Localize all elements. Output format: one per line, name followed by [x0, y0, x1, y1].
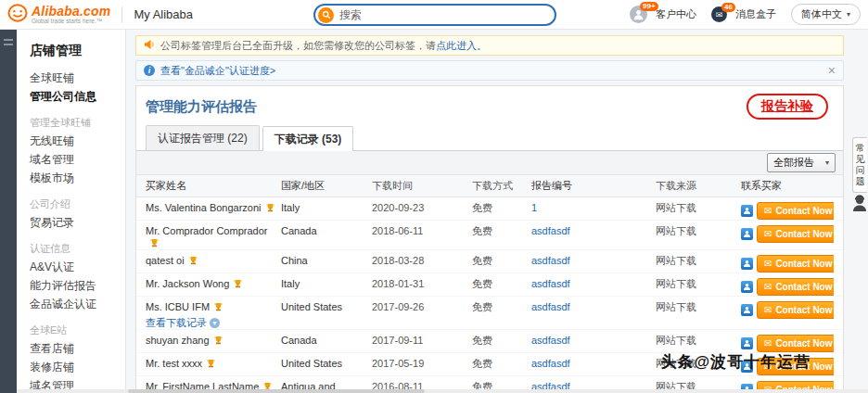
view-download-records-link[interactable]: 查看下载记录▼	[146, 317, 277, 329]
buyer-name: Mr. test xxxx	[146, 358, 202, 369]
report-panel: 管理能力评估报告 报告补验 认证报告管理 (22) 下载记录 (53) 全部报告…	[135, 85, 844, 393]
buyer-name-cell: Ms. Valentina Bongarzoni	[146, 202, 281, 214]
country-cell: United States	[281, 301, 372, 313]
customer-service-icon[interactable]	[852, 195, 867, 215]
search-input[interactable]	[339, 8, 555, 21]
upgrade-notice-link[interactable]: 点此进入	[436, 40, 477, 51]
trademanager-icon[interactable]	[741, 281, 753, 293]
report-number-cell: asdfasdf	[531, 225, 656, 237]
contact-now-button[interactable]: ✉Contact Now	[757, 225, 834, 243]
certification-progress-banner: i 查看"金品诚企"认证进度> ×	[135, 60, 844, 81]
trademanager-icon[interactable]	[741, 337, 753, 349]
download-time-cell: 2017-09-11	[372, 335, 472, 347]
page-title: 管理能力评估报告	[146, 98, 257, 116]
collapsed-nav-strip[interactable]	[0, 30, 17, 393]
country-cell: China	[281, 255, 372, 267]
upgrade-notice-text: 公司标签管理后台已全面升级，如您需修改您的公司标签，请点此进入。	[160, 39, 487, 53]
buyer-name: Ms. ICBU IFM	[146, 301, 210, 312]
col-header-download-method: 下载方式	[472, 180, 531, 192]
contact-now-button[interactable]: ✉Contact Now	[757, 202, 834, 220]
sidebar-item[interactable]: A&V认证	[17, 258, 125, 276]
sidebar-item[interactable]: 管理公司信息	[17, 87, 125, 106]
language-selector[interactable]: 简体中文 ▾	[791, 4, 861, 25]
tab-certification-reports[interactable]: 认证报告管理 (22)	[146, 125, 260, 150]
country-cell: Canada	[281, 335, 372, 347]
scrollbar-thumb[interactable]	[128, 389, 425, 393]
tab-download-records[interactable]: 下载记录 (53)	[262, 126, 354, 151]
trademanager-icon[interactable]	[741, 205, 753, 217]
horizontal-scrollbar[interactable]	[17, 389, 868, 393]
sidebar-title: 店铺管理	[17, 39, 125, 69]
report-number-link[interactable]: asdfasdf	[531, 278, 570, 289]
logo-text: Alibaba.com Global trade starts here.™	[32, 5, 110, 25]
download-time-cell: 2017-05-19	[372, 358, 472, 370]
download-method-cell: 免费	[472, 225, 531, 237]
watermark-text: 头条@波哥十年运营	[660, 351, 811, 373]
buyer-name-cell: Mr. Jackson Wong	[146, 278, 281, 290]
close-icon[interactable]: ×	[828, 64, 836, 77]
download-source-cell: 网站下载	[656, 255, 741, 267]
upgrade-notice-banner: 公司标签管理后台已全面升级，如您需修改您的公司标签，请点此进入。	[135, 35, 844, 56]
report-number-link[interactable]: asdfasdf	[531, 225, 570, 236]
trophy-icon	[213, 336, 223, 346]
chevron-down-icon: ▾	[847, 10, 850, 19]
report-number-link[interactable]: asdfasdf	[531, 255, 570, 266]
message-box[interactable]: ✉ 46 消息盒子	[711, 6, 776, 22]
message-badge: 46	[721, 3, 735, 12]
report-number-link[interactable]: asdfasdf	[531, 301, 570, 312]
envelope-icon: ✉	[764, 306, 772, 315]
faq-vertical-tab[interactable]: 常见问题	[852, 137, 867, 193]
contact-now-button[interactable]: ✉Contact Now	[757, 278, 834, 296]
topbar-divider	[121, 6, 122, 23]
sidebar-item[interactable]: 查看店铺	[17, 339, 125, 358]
report-number-link[interactable]: 1	[531, 202, 537, 213]
download-source-cell: 网站下载	[656, 225, 741, 237]
sidebar-item[interactable]: 金品诚企认证	[17, 295, 125, 313]
download-time-cell: 2017-09-26	[372, 301, 472, 313]
contact-now-button[interactable]: ✉Contact Now	[757, 301, 834, 319]
contact-cell: ✉Contact Now	[741, 255, 834, 273]
alibaba-logo[interactable]: Alibaba.com Global trade starts here.™	[7, 4, 110, 25]
certification-progress-link[interactable]: 查看"金品诚企"认证进度>	[160, 64, 275, 78]
sidebar-item[interactable]: 贸易记录	[17, 213, 125, 232]
title-row: 管理能力评估报告 报告补验	[136, 86, 843, 123]
trademanager-icon[interactable]	[741, 228, 753, 240]
search-icon[interactable]	[318, 7, 334, 23]
hamburger-icon[interactable]	[4, 39, 13, 45]
report-reverify-link[interactable]: 报告补验	[761, 98, 813, 113]
download-source-cell: 网站下载	[656, 335, 741, 347]
content-area: 公司标签管理后台已全面升级，如您需修改您的公司标签，请点此进入。 i 查看"金品…	[126, 30, 851, 393]
contact-cell: ✉Contact Now	[741, 278, 834, 296]
trademanager-icon[interactable]	[741, 258, 753, 270]
contact-now-button[interactable]: ✉Contact Now	[757, 335, 834, 352]
logo-title: Alibaba.com	[32, 5, 110, 18]
contact-now-button[interactable]: ✉Contact Now	[757, 255, 834, 273]
chevron-down-icon[interactable]: ▼	[210, 318, 220, 328]
table-row: Mr. Jackson WongItaly2018-01-31免费asdfasd…	[136, 273, 843, 297]
table-row: Ms. ICBU IFM查看下载记录▼United States2017-09-…	[136, 297, 843, 330]
download-method-cell: 免费	[472, 278, 531, 290]
buyer-name: Ms. Valentina Bongarzoni	[146, 202, 262, 213]
report-number-cell: 1	[531, 202, 656, 214]
report-number-link[interactable]: asdfasdf	[531, 335, 570, 346]
sidebar-item[interactable]: 无线旺铺	[17, 132, 125, 150]
trademanager-icon[interactable]	[741, 304, 753, 316]
language-label: 简体中文	[801, 7, 842, 21]
sidebar-item[interactable]: 能力评估报告	[17, 276, 125, 295]
download-method-cell: 免费	[472, 202, 531, 214]
trophy-icon	[188, 256, 198, 266]
search-box[interactable]	[313, 4, 556, 26]
envelope-icon: ✉	[764, 230, 772, 239]
app-name[interactable]: My Alibaba	[134, 7, 193, 21]
table-row: shuyan zhangCanada2017-09-11免费asdfasdf网站…	[136, 330, 843, 353]
download-method-cell: 免费	[472, 358, 531, 370]
sidebar-item[interactable]: 模板市场	[17, 169, 125, 187]
sidebar-item[interactable]: 全球旺铺	[17, 69, 125, 87]
sidebar-item[interactable]: 域名管理	[17, 150, 125, 169]
report-type-select[interactable]: 全部报告 ▾	[767, 153, 836, 172]
report-number-link[interactable]: asdfasdf	[531, 358, 570, 369]
user-center[interactable]: 99+ 客户中心	[630, 6, 696, 23]
trophy-icon	[206, 359, 216, 369]
sidebar-nav: 全球旺铺管理公司信息管理全球旺铺无线旺铺域名管理模板市场公司介绍贸易记录认证信息…	[17, 69, 125, 393]
sidebar-item[interactable]: 装修店铺	[17, 358, 125, 376]
